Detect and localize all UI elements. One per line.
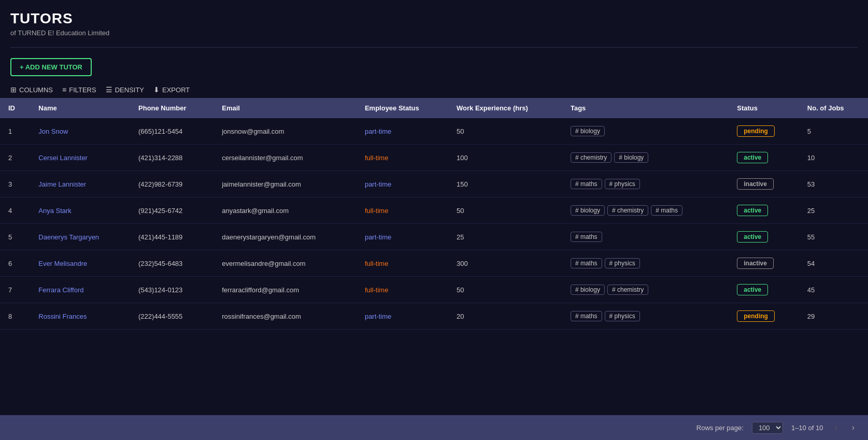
employee-status-value: part-time bbox=[365, 180, 391, 188]
cell-work-experience: 50 bbox=[448, 197, 562, 224]
cell-status: active bbox=[729, 277, 799, 303]
cell-status: pending bbox=[729, 118, 799, 145]
col-tags: Tags bbox=[562, 98, 729, 118]
cell-phone: (422)982-6739 bbox=[130, 171, 214, 197]
cell-no-of-jobs: 10 bbox=[799, 145, 868, 171]
cell-tags: # biology bbox=[562, 118, 729, 145]
cell-email: cerseilannister@gmail.com bbox=[214, 145, 357, 171]
employee-status-value: part-time bbox=[365, 233, 391, 241]
employee-status-value: full-time bbox=[365, 286, 389, 294]
tag-badge: # chemistry bbox=[571, 152, 611, 163]
next-page-button[interactable]: › bbox=[849, 422, 858, 433]
cell-name[interactable]: Rossini Frances bbox=[30, 303, 130, 330]
cell-status: active bbox=[729, 197, 799, 224]
cell-status: active bbox=[729, 145, 799, 171]
cell-id: 6 bbox=[0, 250, 30, 277]
cell-tags: # biology# chemistry# maths bbox=[562, 197, 729, 224]
density-control[interactable]: ☰ DENSITY bbox=[106, 86, 144, 94]
name-link[interactable]: Daenerys Targaryen bbox=[38, 233, 99, 241]
cell-no-of-jobs: 54 bbox=[799, 250, 868, 277]
table-header-row: ID Name Phone Number Email Employee Stat… bbox=[0, 98, 868, 118]
rows-per-page-select[interactable]: 100 50 25 bbox=[752, 422, 783, 434]
cell-name[interactable]: Ferrara Clifford bbox=[30, 277, 130, 303]
toolbar-controls: ⊞ COLUMNS ≡ FILTERS ☰ DENSITY ⬇ EXPORT bbox=[0, 81, 868, 98]
tag-badge: # physics bbox=[605, 179, 640, 189]
status-badge: active bbox=[737, 205, 768, 216]
name-link[interactable]: Ever Melisandre bbox=[38, 260, 87, 267]
status-badge: pending bbox=[737, 125, 775, 137]
employee-status-value: full-time bbox=[365, 207, 389, 215]
name-link[interactable]: Cersei Lannister bbox=[38, 154, 88, 162]
status-badge: active bbox=[737, 152, 768, 163]
col-work-experience: Work Experience (hrs) bbox=[448, 98, 562, 118]
cell-name[interactable]: Jaime Lannister bbox=[30, 171, 130, 197]
name-link[interactable]: Anya Stark bbox=[38, 207, 72, 215]
cell-work-experience: 50 bbox=[448, 277, 562, 303]
cell-employee-status: part-time bbox=[357, 303, 448, 330]
cell-work-experience: 50 bbox=[448, 118, 562, 145]
cell-phone: (421)445-1189 bbox=[130, 224, 214, 250]
cell-email: evermelisandre@gmail.com bbox=[214, 250, 357, 277]
prev-page-button[interactable]: ‹ bbox=[831, 422, 840, 433]
cell-email: jaimelannister@gmail.com bbox=[214, 171, 357, 197]
status-badge: inactive bbox=[737, 258, 774, 269]
tag-badge: # maths bbox=[571, 258, 602, 268]
cell-phone: (543)124-0123 bbox=[130, 277, 214, 303]
cell-tags: # maths# physics bbox=[562, 171, 729, 197]
footer-bar: Rows per page: 100 50 25 1–10 of 10 ‹ › bbox=[0, 415, 868, 440]
cell-name[interactable]: Ever Melisandre bbox=[30, 250, 130, 277]
density-icon: ☰ bbox=[106, 86, 112, 94]
status-badge: active bbox=[737, 284, 768, 295]
cell-name[interactable]: Daenerys Targaryen bbox=[30, 224, 130, 250]
employee-status-value: full-time bbox=[365, 260, 389, 267]
page-title: TUTORS bbox=[10, 10, 858, 27]
cell-status: inactive bbox=[729, 250, 799, 277]
tag-badge: # biology bbox=[614, 152, 648, 163]
cell-employee-status: part-time bbox=[357, 171, 448, 197]
cell-name[interactable]: Cersei Lannister bbox=[30, 145, 130, 171]
name-link[interactable]: Jon Snow bbox=[38, 127, 68, 135]
cell-work-experience: 150 bbox=[448, 171, 562, 197]
employee-status-value: part-time bbox=[365, 127, 391, 135]
cell-work-experience: 300 bbox=[448, 250, 562, 277]
cell-phone: (222)444-5555 bbox=[130, 303, 214, 330]
cell-no-of-jobs: 45 bbox=[799, 277, 868, 303]
tag-badge: # physics bbox=[605, 311, 640, 321]
cell-phone: (921)425-6742 bbox=[130, 197, 214, 224]
cell-tags: # chemistry# biology bbox=[562, 145, 729, 171]
employee-status-value: full-time bbox=[365, 154, 389, 162]
cell-email: daenerystargaryen@gmail.com bbox=[214, 224, 357, 250]
name-link[interactable]: Ferrara Clifford bbox=[38, 286, 83, 294]
cell-name[interactable]: Jon Snow bbox=[30, 118, 130, 145]
columns-icon: ⊞ bbox=[10, 86, 17, 94]
table-row: 5Daenerys Targaryen(421)445-1189daenerys… bbox=[0, 224, 868, 250]
col-employee-status: Employee Status bbox=[357, 98, 448, 118]
cell-id: 8 bbox=[0, 303, 30, 330]
tag-badge: # physics bbox=[605, 258, 640, 268]
cell-phone: (421)314-2288 bbox=[130, 145, 214, 171]
cell-tags: # maths# physics bbox=[562, 250, 729, 277]
col-id: ID bbox=[0, 98, 30, 118]
cell-tags: # biology# chemistry bbox=[562, 277, 729, 303]
tag-badge: # maths bbox=[571, 311, 602, 321]
tag-badge: # biology bbox=[571, 205, 605, 216]
tag-badge: # maths bbox=[571, 232, 602, 242]
name-link[interactable]: Jaime Lannister bbox=[38, 180, 86, 188]
columns-control[interactable]: ⊞ COLUMNS bbox=[10, 86, 53, 94]
export-control[interactable]: ⬇ EXPORT bbox=[153, 86, 190, 94]
cell-employee-status: part-time bbox=[357, 224, 448, 250]
col-status: Status bbox=[729, 98, 799, 118]
cell-work-experience: 25 bbox=[448, 224, 562, 250]
tag-badge: # biology bbox=[571, 126, 605, 136]
table-row: 8Rossini Frances(222)444-5555rossinifran… bbox=[0, 303, 868, 330]
cell-id: 3 bbox=[0, 171, 30, 197]
cell-name[interactable]: Anya Stark bbox=[30, 197, 130, 224]
cell-id: 7 bbox=[0, 277, 30, 303]
add-tutor-button[interactable]: + ADD NEW TUTOR bbox=[10, 58, 92, 76]
cell-phone: (232)545-6483 bbox=[130, 250, 214, 277]
filters-control[interactable]: ≡ FILTERS bbox=[62, 86, 96, 94]
col-phone: Phone Number bbox=[130, 98, 214, 118]
cell-id: 1 bbox=[0, 118, 30, 145]
table-row: 1Jon Snow(665)121-5454jonsnow@gmail.comp… bbox=[0, 118, 868, 145]
name-link[interactable]: Rossini Frances bbox=[38, 313, 87, 320]
